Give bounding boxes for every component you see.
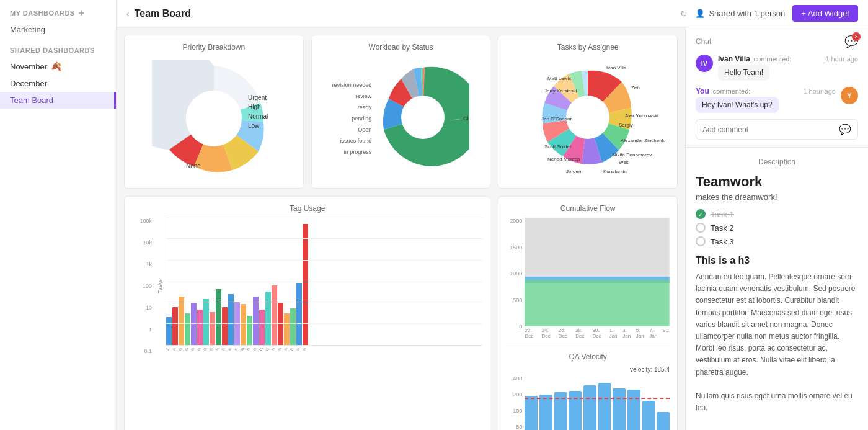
- cx-24dec: 24. Dec: [542, 328, 559, 339]
- wl-issues: issues found: [332, 135, 372, 146]
- wl-revision: revision needed: [332, 79, 372, 91]
- tasks-assignee-title: Tasks by Assignee: [506, 43, 670, 52]
- cy-0: 0: [506, 323, 522, 329]
- chat-time-1: 1 hour ago: [825, 55, 858, 63]
- svg-text:Nikita Ponomarev: Nikita Ponomarev: [613, 152, 652, 158]
- cx-5jan: 5. Jan: [636, 328, 650, 339]
- svg-text:Normal: Normal: [248, 113, 268, 120]
- sidebar-item-marketing[interactable]: Marketing: [0, 22, 116, 39]
- bar-amyftet: [172, 307, 178, 346]
- collapse-sidebar-button[interactable]: ‹: [126, 9, 130, 19]
- y-10: 10: [132, 305, 152, 311]
- task-label-1: Task 1: [711, 210, 734, 219]
- wl-open: Open: [332, 124, 372, 135]
- qy-200: 200: [506, 392, 522, 398]
- description-header: Description: [696, 158, 858, 166]
- refresh-button[interactable]: ↻: [680, 9, 688, 19]
- bar-bugbounty: [179, 297, 184, 345]
- chat-message-1: IV Ivan Villa commented: 1 hour ago Hell…: [696, 55, 858, 81]
- dashboard: Priority Breakdown: [117, 27, 868, 430]
- chat-bubble-2: Hey Ivan! What's up?: [696, 97, 779, 113]
- svg-text:Wes: Wes: [619, 159, 629, 165]
- task-label-3: Task 3: [711, 237, 734, 246]
- charts-area: Priority Breakdown: [117, 27, 685, 430]
- task-label-2: Task 2: [711, 223, 734, 233]
- november-emoji: 🍂: [51, 61, 61, 71]
- bar-userreported: [296, 283, 302, 345]
- bar-fixed: [222, 307, 228, 346]
- svg-marker-25: [525, 218, 670, 280]
- cx-3jan: 3. Jan: [622, 328, 636, 339]
- qa-bars: [525, 375, 670, 430]
- svg-point-10: [566, 96, 609, 139]
- bar-cloudwatch: [197, 310, 203, 345]
- bar-canny: [185, 313, 190, 345]
- add-widget-button[interactable]: + Add Widget: [792, 5, 858, 22]
- description-subheading: makes the dreamwork!: [696, 192, 858, 202]
- add-dashboard-icon[interactable]: +: [79, 7, 85, 19]
- shared-dashboards-label: SHARED DASHBOARDS: [0, 39, 116, 58]
- tag-y-axis: 100k 10k 1k 100 10 1 0.1: [132, 218, 154, 379]
- svg-text:Zeb: Zeb: [631, 85, 640, 91]
- cumflow-chart-area: 22. Dec 24. Dec 26. Dec 28. Dec 30. Dec …: [525, 218, 670, 342]
- qa-velocity-section: QA Velocity velocity: 185.4 400 200 100 …: [506, 347, 670, 430]
- bar-feature: [216, 289, 221, 345]
- bar-training: [290, 308, 296, 345]
- chat-input-row[interactable]: 💬: [696, 119, 858, 140]
- bar-chrome: [191, 303, 197, 345]
- tag-bars-area: 1.0 amyftet bug bounty canny chrome exte…: [166, 218, 482, 379]
- svg-text:Alexander Zinchenko: Alexander Zinchenko: [621, 138, 665, 143]
- svg-text:Urgent: Urgent: [248, 94, 267, 101]
- sender-you: You: [696, 87, 709, 96]
- svg-text:Matt Lewis: Matt Lewis: [547, 76, 571, 81]
- tag-usage-card: Tag Usage 100k 10k 1k 100 10 1 0.1 Tasks: [124, 196, 490, 430]
- chat-content-1: Ivan Villa commented: 1 hour ago Hello T…: [718, 55, 858, 81]
- task-check-1[interactable]: ✓: [696, 209, 706, 219]
- tag-chart-container: 100k 10k 1k 100 10 1 0.1 Tasks: [132, 218, 482, 379]
- qy-100: 100: [506, 408, 522, 414]
- tasks-assignee-card: Tasks by Assignee: [498, 35, 678, 189]
- chat-title: Chat: [696, 37, 711, 46]
- task-item-2: Task 2: [696, 223, 858, 233]
- cx-30dec: 30. Dec: [592, 328, 609, 339]
- wl-inprogress: in progress: [332, 146, 372, 158]
- shared-button[interactable]: 👤 Shared with 1 person: [695, 9, 785, 18]
- task-item-1: ✓ Task 1: [696, 209, 858, 219]
- chat-input[interactable]: [702, 125, 834, 134]
- shared-label: Shared with 1 person: [709, 9, 785, 18]
- sidebar-item-december[interactable]: December: [0, 75, 116, 92]
- qy-400: 400: [506, 375, 522, 382]
- header: ‹ Team Board ↻ 👤 Shared with 1 person + …: [117, 0, 868, 27]
- svg-text:Low: Low: [248, 122, 260, 129]
- task-item-3: Task 3: [696, 236, 858, 246]
- chat-message-2: You commented: 1 hour ago Hey Ivan! What…: [696, 87, 858, 113]
- sidebar-item-november[interactable]: November 🍂: [0, 58, 116, 75]
- chat-meta-2: You commented: 1 hour ago: [696, 87, 836, 96]
- qa-bar-9: [642, 401, 655, 430]
- bar-quill: [265, 292, 271, 345]
- qa-bar-10: [657, 412, 670, 430]
- tag-bars: [166, 218, 482, 346]
- svg-text:High: High: [248, 104, 261, 110]
- workload-pie: Closed: [376, 61, 469, 176]
- description-h3: This is a h3: [696, 255, 858, 266]
- priority-breakdown-card: Priority Breakdown: [124, 35, 304, 189]
- task-check-3[interactable]: [696, 236, 706, 246]
- svg-text:Jerry Krusinski: Jerry Krusinski: [544, 88, 577, 94]
- header-actions: ↻ 👤 Shared with 1 person + Add Widget: [680, 5, 858, 22]
- chat-verb-2: commented:: [713, 87, 751, 95]
- sidebar-item-team-board[interactable]: Team Board: [0, 92, 116, 109]
- cx-26dec: 26. Dec: [559, 328, 575, 339]
- send-icon[interactable]: 💬: [839, 123, 851, 135]
- bar-onboarding: [253, 297, 259, 345]
- y-01: 0.1: [132, 348, 152, 354]
- y-10k: 10k: [132, 240, 152, 246]
- qa-target-line: [525, 398, 670, 399]
- svg-point-7: [401, 96, 445, 139]
- qa-bar-4: [569, 391, 582, 430]
- december-label: December: [10, 79, 47, 88]
- chat-meta-1: Ivan Villa commented: 1 hour ago: [718, 55, 858, 63]
- workload-legend: revision needed review ready pending Ope…: [332, 79, 372, 158]
- task-check-2[interactable]: [696, 223, 706, 233]
- svg-text:Sergiy: Sergiy: [619, 122, 633, 128]
